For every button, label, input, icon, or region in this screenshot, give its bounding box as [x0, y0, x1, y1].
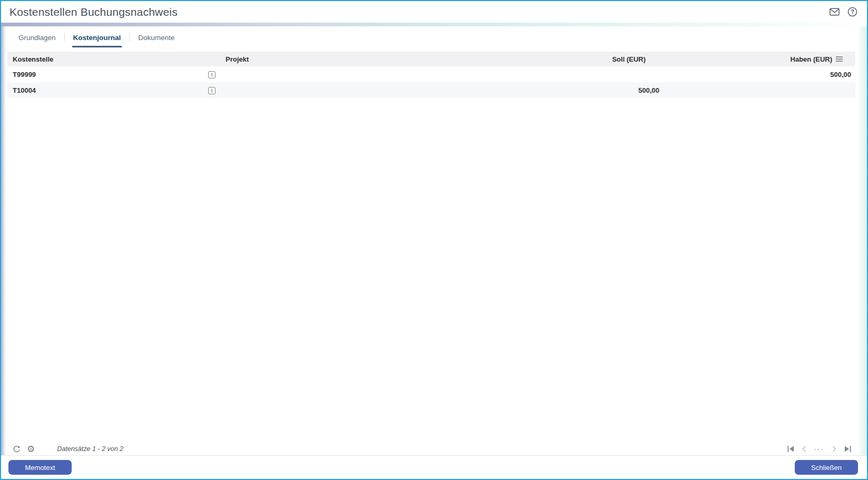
page-title: Kostenstellen Buchungsnachweis — [9, 6, 178, 18]
next-page-icon[interactable] — [832, 446, 836, 452]
last-page-icon[interactable] — [844, 446, 851, 452]
cell-kostenstelle: T99999 — [7, 71, 203, 79]
settings-gear-icon[interactable]: ⚙ — [27, 445, 35, 454]
cell-haben: 500,00 — [660, 71, 855, 79]
previous-page-icon[interactable] — [802, 446, 806, 452]
tab-dokumente[interactable]: Dokumente — [137, 34, 175, 47]
tab-separator — [129, 33, 130, 41]
ellipsis-icon[interactable]: ··· — [814, 446, 824, 453]
schliessen-button[interactable]: Schließen — [795, 460, 858, 475]
button-bar: Memotext Schließen — [1, 455, 867, 479]
mail-icon[interactable] — [830, 8, 840, 16]
note-indicator-icon[interactable]: ! — [208, 71, 216, 79]
svg-text:?: ? — [851, 8, 854, 15]
cell-soll: 500,00 — [521, 86, 660, 94]
titlebar-icons: ? — [830, 7, 857, 17]
content-area: Grundlagen Kostenjournal Dokumente Koste… — [7, 26, 855, 455]
cell-projekt: ! — [203, 70, 521, 79]
note-indicator-icon[interactable]: ! — [208, 87, 216, 94]
left-edge-gradient — [1, 26, 6, 479]
table-row[interactable]: T99999 ! 500,00 — [7, 66, 855, 82]
tab-grundlagen[interactable]: Grundlagen — [17, 34, 57, 47]
table-footer: ⚙ Datensätze 1 - 2 von 2 ··· — [7, 443, 855, 455]
cell-kostenstelle: T10004 — [7, 86, 203, 94]
hamburger-icon[interactable] — [836, 56, 843, 62]
tab-kostenjournal[interactable]: Kostenjournal — [72, 34, 122, 47]
first-page-icon[interactable] — [787, 446, 794, 452]
column-header-projekt[interactable]: Projekt — [203, 55, 521, 63]
table-row[interactable]: T10004 ! 500,00 — [7, 82, 855, 98]
help-icon[interactable]: ? — [847, 7, 857, 17]
gradient-band — [1, 23, 867, 26]
kostenjournal-table: Kostenstelle Projekt Soll (EUR) Haben (E… — [7, 52, 855, 98]
column-header-kostenstelle[interactable]: Kostenstelle — [7, 55, 203, 63]
right-edge-gradient — [858, 26, 867, 479]
table-header-row: Kostenstelle Projekt Soll (EUR) Haben (E… — [7, 52, 855, 66]
tab-bar: Grundlagen Kostenjournal Dokumente — [17, 32, 855, 47]
column-header-haben-label: Haben (EUR) — [791, 55, 832, 63]
dialog-window: Kostenstellen Buchungsnachweis ? Grundla… — [0, 0, 868, 480]
refresh-icon[interactable] — [13, 445, 21, 453]
titlebar: Kostenstellen Buchungsnachweis ? — [1, 1, 867, 23]
tab-separator — [64, 33, 65, 41]
column-header-haben[interactable]: Haben (EUR) — [660, 55, 855, 63]
pagination: ··· — [787, 446, 851, 453]
cell-projekt: ! — [203, 86, 521, 94]
records-count-text: Datensätze 1 - 2 von 2 — [57, 445, 123, 453]
column-header-soll[interactable]: Soll (EUR) — [521, 55, 660, 63]
memotext-button[interactable]: Memotext — [8, 460, 72, 475]
